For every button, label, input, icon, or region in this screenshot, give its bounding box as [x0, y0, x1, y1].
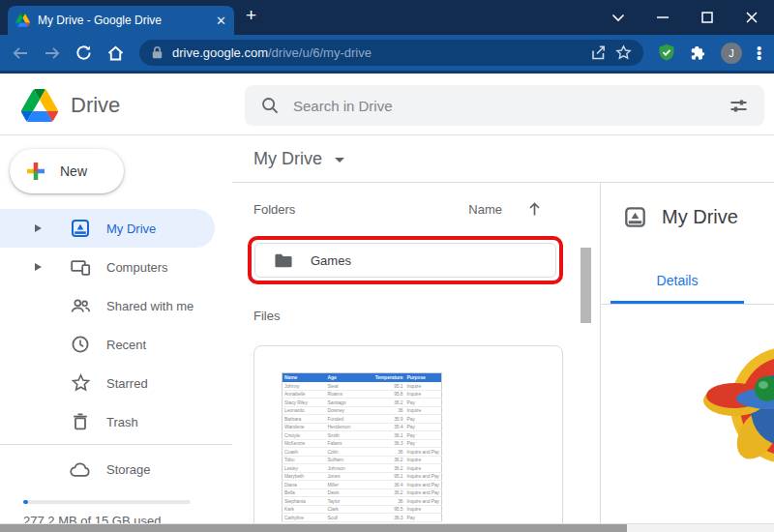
- search-icon[interactable]: [260, 96, 280, 115]
- folder-name: Games: [311, 253, 351, 268]
- sidebar-item-label: Recent: [106, 338, 146, 352]
- my-drive-icon: [70, 218, 91, 239]
- sidebar-item-storage[interactable]: Storage: [0, 448, 232, 490]
- drive-logo-text: Drive: [71, 93, 120, 118]
- tab-search-chevron-icon[interactable]: [596, 0, 640, 35]
- folder-icon: [274, 252, 293, 269]
- sort-ascending-arrow-icon[interactable]: [527, 201, 542, 217]
- lock-icon[interactable]: [151, 45, 164, 60]
- tab-close-icon[interactable]: ✕: [216, 15, 226, 27]
- file-thumbnail-rows: JohnnySteal95.1InquireAnnabelleRoams95.8…: [283, 382, 442, 522]
- thumbnail-row: CuashColin36Inquire and Pay: [283, 448, 442, 457]
- page-title[interactable]: My Drive: [253, 149, 322, 169]
- sidebar-item-trash[interactable]: Trash: [0, 402, 232, 441]
- search-input[interactable]: [293, 98, 729, 114]
- folders-section-label: Folders: [253, 202, 295, 217]
- browser-tab[interactable]: My Drive - Google Drive ✕: [8, 6, 234, 35]
- file-thumbnail-table: NameAgeTemperaturePurpose JohnnySteal95.…: [282, 372, 442, 522]
- sidebar-item-label: My Drive: [106, 222, 156, 236]
- drive-header: Drive: [0, 76, 774, 135]
- thumbnail-row: CristyleSmith36.1Pay: [283, 431, 442, 440]
- reload-button[interactable]: [75, 44, 92, 61]
- multicolor-plus-icon: [24, 160, 47, 183]
- new-button[interactable]: New: [10, 149, 124, 193]
- cloud-icon: [70, 458, 91, 480]
- drive-favicon-icon: [15, 14, 30, 27]
- expand-arrow-icon[interactable]: [35, 224, 45, 232]
- browser-titlebar: My Drive - Google Drive ✕ +: [0, 0, 774, 35]
- horizontal-scrollbar[interactable]: [0, 523, 774, 532]
- sidebar-item-my-drive[interactable]: My Drive: [0, 209, 215, 248]
- sidebar-item-label: Computers: [106, 260, 168, 275]
- chevron-down-icon[interactable]: [335, 158, 344, 163]
- thumbnail-row: BarbaraFunded35.9Pay: [283, 415, 442, 424]
- thumbnail-row: LesleyJohnson36.2Inquire: [283, 464, 442, 473]
- share-icon[interactable]: [589, 44, 607, 61]
- sidebar-item-label: Starred: [106, 376, 148, 391]
- vertical-scrollbar[interactable]: [580, 248, 591, 323]
- details-panel-title: My Drive: [662, 206, 738, 228]
- search-options-tune-icon[interactable]: [729, 97, 749, 115]
- back-button[interactable]: [12, 44, 29, 62]
- bookmark-star-icon[interactable]: [615, 44, 632, 61]
- horizontal-scrollbar-thumb[interactable]: [0, 524, 627, 532]
- browser-toolbar: drive.google.com/drive/u/6/my-drive J ••…: [0, 35, 774, 74]
- computers-icon: [70, 256, 91, 278]
- core-sphere-graphic: [698, 345, 774, 471]
- browser-menu-kebab-icon[interactable]: •••: [757, 45, 762, 60]
- sidebar-divider: [0, 444, 232, 445]
- url-domain: drive.google.com: [172, 45, 268, 60]
- extensions-puzzle-icon[interactable]: [690, 44, 706, 61]
- folder-card-games[interactable]: Games: [254, 243, 556, 278]
- thumbnail-row: TobuSulharn36.2Inquire: [283, 456, 442, 464]
- file-card-spreadsheet[interactable]: NameAgeTemperaturePurpose JohnnySteal95.…: [253, 345, 563, 532]
- sidebar-item-label: Shared with me: [106, 299, 194, 313]
- thumbnail-row: LeonardoDowney36Inquire: [283, 406, 442, 415]
- profile-avatar[interactable]: J: [721, 43, 742, 64]
- red-highlight-annotation: Games: [248, 236, 563, 284]
- sort-label[interactable]: Name: [468, 202, 502, 217]
- forward-button[interactable]: [44, 44, 61, 62]
- window-close-button[interactable]: [729, 0, 774, 35]
- sidebar-item-shared-with-me[interactable]: Shared with me: [0, 286, 232, 325]
- search-bar[interactable]: [245, 85, 764, 126]
- tab-title: My Drive - Google Drive: [38, 14, 208, 27]
- thumbnail-row: WandeneHenderson35.4Pay: [283, 423, 442, 431]
- sidebar-item-computers[interactable]: Computers: [0, 248, 232, 286]
- url-path: /drive/u/6/my-drive: [268, 45, 372, 60]
- sidebar-item-recent[interactable]: Recent: [0, 325, 232, 364]
- home-button[interactable]: [106, 44, 125, 62]
- address-bar[interactable]: drive.google.com/drive/u/6/my-drive: [139, 40, 643, 66]
- expand-arrow-icon[interactable]: [35, 263, 45, 271]
- clock-icon: [70, 334, 91, 355]
- shared-people-icon: [70, 295, 91, 316]
- my-drive-icon: [624, 206, 646, 228]
- storage-progress-bar: [23, 500, 191, 504]
- thumbnail-row: StephaniaTaylor36Inquire and Pay: [283, 497, 442, 506]
- thumbnail-row: McKenzieFabers36.3Pay: [283, 439, 442, 448]
- file-list-area: Folders Name Games Files: [232, 183, 600, 532]
- window-minimize-button[interactable]: [640, 0, 685, 35]
- new-tab-button[interactable]: +: [246, 5, 256, 26]
- thumbnail-row: AnnabelleRoams95.8Inquire: [283, 390, 442, 399]
- details-tabs-bar: Details: [601, 273, 774, 305]
- thumbnail-row: KarkClark95.5Inquire: [283, 505, 442, 514]
- drive-logo-block[interactable]: Drive: [0, 89, 232, 122]
- tab-details[interactable]: Details: [610, 273, 744, 304]
- window-maximize-button[interactable]: [685, 0, 729, 35]
- drive-logo-icon: [21, 89, 58, 122]
- sort-control[interactable]: Name: [468, 201, 542, 217]
- thumbnail-row: JohnnySteal95.1Inquire: [283, 382, 442, 391]
- url-text[interactable]: drive.google.com/drive/u/6/my-drive: [172, 45, 580, 60]
- sidebar-item-label: Storage: [106, 462, 151, 477]
- thumbnail-row: DianaMiller36.4Inquire and Pay: [283, 481, 442, 489]
- file-thumbnail-header-row: NameAgeTemperaturePurpose: [283, 373, 442, 382]
- sidebar: New My Drive Computers: [0, 135, 232, 532]
- thumbnail-row: MarybethJones95.1Inquire and Pay: [283, 472, 442, 481]
- thumbnail-row: Stacy RileySantiago36.2Pay: [283, 399, 442, 407]
- adblock-shield-extension-icon[interactable]: [658, 44, 675, 62]
- sidebar-item-starred[interactable]: Starred: [0, 364, 232, 402]
- trash-icon: [70, 411, 91, 432]
- thumbnail-row: CathylineScull36.3Pay: [283, 514, 442, 522]
- files-section-label: Files: [253, 309, 280, 323]
